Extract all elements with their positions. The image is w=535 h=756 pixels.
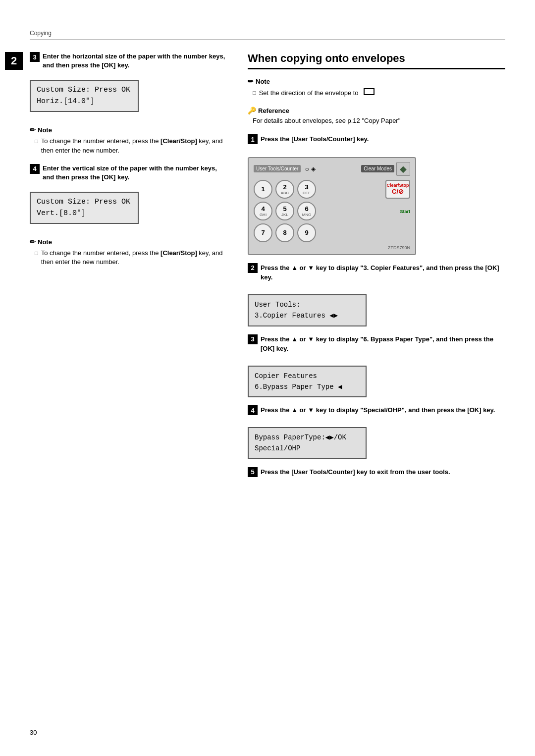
note-section-2: ✏ Note □ To change the number entered, p… [30,238,228,267]
reference-text: For details about envelopes, see p.12 "C… [253,116,505,125]
checkbox-icon-2: □ [35,250,38,257]
right-note-text: Set the direction of the envelope to [259,88,375,98]
panel-keys-row-1: 1 2ABC 3DEF Clear/Stop C/⊘ [254,180,410,199]
lcd-right-3-line1: Bypass PaperType:◀▶/OK [255,432,360,443]
step4-text: Enter the vertical size of the paper wit… [43,164,228,182]
panel-model-number: ZFDS790N [254,245,410,250]
note-item-text-2: To change the number entered, press the … [41,249,228,267]
right-step4-badge: 4 [248,405,258,415]
start-label: Start [400,207,410,215]
lcd-right-2-line2: 6.Bypass Paper Type ◀ [255,381,360,392]
note-title-1: ✏ Note [30,126,228,134]
right-checkbox-icon: □ [253,89,256,97]
panel-diamond-btn[interactable]: ◆ [396,162,410,176]
lcd-line1: Custom Size: Press OK [37,85,132,96]
step3-badge: 3 [30,52,40,62]
step4-row: 4 Enter the vertical size of the paper w… [30,164,228,182]
lcd-right-3: Bypass PaperType:◀▶/OK Special/OHP [248,427,367,459]
panel-keys-row-3: 7 8 9 [254,223,410,242]
note-title-2: ✏ Note [30,238,228,246]
lcd-line4: Vert.[8.0"] [37,208,132,219]
control-panel: User Tools/Counter ○ ◈ Clear Modes ◆ 1 2… [248,157,416,255]
chapter-number: 2 [5,52,23,70]
envelope-icon [364,88,374,95]
lcd-line2: Horiz.[14.0"] [37,96,132,108]
lcd-right-2: Copier Features 6.Bypass Paper Type ◀ [248,366,367,398]
key-2[interactable]: 2ABC [275,180,294,199]
lcd-right-1: User Tools: 3.Copier Features ◀▶ [248,294,367,326]
panel-clear-modes: Clear Modes [361,165,394,172]
left-column: 2 3 Enter the horizontal size of the pap… [30,52,228,485]
right-step4-text: Press the ▲ or ▼ key to display "Special… [261,405,495,415]
lcd-display-2: Custom Size: Press OK Vert.[8.0"] [30,192,139,224]
clear-stop-button[interactable]: Clear/Stop C/⊘ [385,180,410,199]
right-step1-text: Press the [User Tools/Counter] key. [261,134,369,144]
right-step2-row: 2 Press the ▲ or ▼ key to display "3. Co… [248,263,505,286]
checkbox-icon-1: □ [35,138,38,145]
right-step5-row: 5 Press the [User Tools/Counter] key to … [248,467,505,481]
reference-title: 🔑 Reference [248,107,505,114]
note-item-2: □ To change the number entered, press th… [35,249,228,267]
note-item-1: □ To change the number entered, press th… [35,137,228,155]
note-section-1: ✏ Note □ To change the number entered, p… [30,126,228,155]
lcd-display-1: Custom Size: Press OK Horiz.[14.0"] [30,80,139,112]
right-note-icon: ✏ [248,77,254,85]
right-step1-row: 1 Press the [User Tools/Counter] key. [248,134,505,148]
key-1[interactable]: 1 [254,180,272,199]
step3-text: Enter the horizontal size of the paper w… [43,52,228,70]
key-9[interactable]: 9 [297,223,316,242]
right-step1-badge: 1 [248,134,258,144]
key-5[interactable]: 5JKL [275,202,294,220]
right-step5-text: Press the [User Tools/Counter] key to ex… [261,467,450,477]
lcd-right-1-line2: 3.Copier Features ◀▶ [255,310,360,321]
lcd-right-2-line1: Copier Features [255,371,360,381]
key-3[interactable]: 3DEF [297,180,316,199]
note-icon-1: ✏ [30,126,36,134]
right-step2-badge: 2 [248,263,258,273]
reference-section: 🔑 Reference For details about envelopes,… [248,107,505,125]
panel-label-ut: User Tools/Counter [254,165,301,172]
right-step5-badge: 5 [248,467,258,477]
right-step4-row: 4 Press the ▲ or ▼ key to display "Speci… [248,405,505,419]
key-8[interactable]: 8 [275,223,294,242]
right-step2-text: Press the ▲ or ▼ key to display "3. Copi… [261,263,505,282]
right-step3-text: Press the ▲ or ▼ key to display "6. Bypa… [261,334,505,354]
right-note-title: ✏ Note [248,77,505,85]
right-step3-row: 3 Press the ▲ or ▼ key to display "6. By… [248,334,505,358]
right-step3-badge: 3 [248,334,258,344]
breadcrumb: Copying [30,30,505,40]
right-column: When copying onto envelopes ✏ Note □ Set… [248,52,505,485]
breadcrumb-text: Copying [30,30,52,37]
lcd-right-1-line1: User Tools: [255,299,360,310]
note-icon-2: ✏ [30,238,36,246]
key-6[interactable]: 6MNO [297,202,316,220]
lcd-line3: Custom Size: Press OK [37,197,132,208]
page-number: 30 [30,729,37,736]
right-note-item: □ Set the direction of the envelope to [253,88,505,98]
panel-circle-icon: ○ [305,165,309,173]
panel-keys-row-2: 4GHI 5JKL 6MNO Start [254,202,410,220]
reference-icon: 🔑 [248,107,256,114]
lcd-right-3-line2: Special/OHP [255,443,360,454]
step4-badge: 4 [30,164,40,174]
key-7[interactable]: 7 [254,223,272,242]
panel-top-row: User Tools/Counter ○ ◈ Clear Modes ◆ [254,162,410,176]
section-heading: When copying onto envelopes [248,52,505,69]
panel-diamond-icon: ◈ [311,165,316,172]
note-item-text-1: To change the number entered, press the … [41,137,228,155]
step3-row: 3 Enter the horizontal size of the paper… [30,52,228,70]
right-note-section: ✏ Note □ Set the direction of the envelo… [248,77,505,98]
key-4[interactable]: 4GHI [254,202,272,220]
